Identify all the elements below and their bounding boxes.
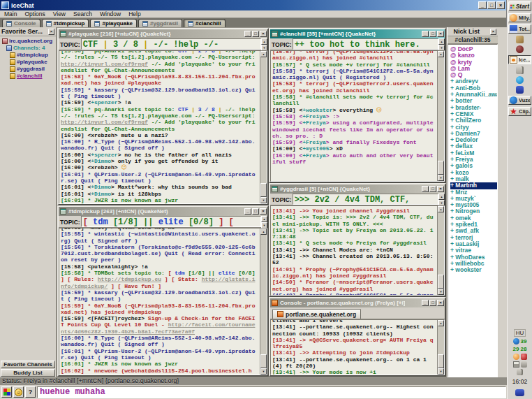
menu-help[interactable]: Help bbox=[128, 10, 140, 17]
misc-tray-icon[interactable] bbox=[521, 361, 527, 368]
taskbar-button-mily[interactable]: Mily... bbox=[508, 13, 531, 22]
emule-tray-icon[interactable] bbox=[513, 354, 519, 360]
scroll-down-icon[interactable]: ▼ bbox=[260, 368, 267, 375]
nick-wookster[interactable]: + wookster bbox=[450, 267, 497, 273]
scroll-up-icon[interactable]: ▲ bbox=[260, 228, 267, 235]
menu-main[interactable]: Main bbox=[4, 10, 17, 17]
skype-icon[interactable] bbox=[516, 76, 524, 84]
topic-scroll-up-icon[interactable]: ▲ bbox=[438, 38, 445, 45]
flag-tray-icon[interactable] bbox=[513, 361, 519, 368]
tab-Console[interactable]: Console bbox=[2, 19, 40, 27]
tab-yggdrasil[interactable]: #yggdrasil bbox=[138, 19, 182, 27]
tab-tdmpickup[interactable]: #tdmpickup bbox=[42, 19, 89, 27]
taskbar-button-vuze[interactable]: Vuze bbox=[508, 96, 531, 105]
scroll-down-icon[interactable]: ▼ bbox=[260, 197, 267, 203]
child-minimize-button[interactable]: _ bbox=[422, 300, 429, 306]
scrollbar[interactable]: ▲▼ bbox=[260, 51, 267, 203]
menu-view[interactable]: View bbox=[53, 10, 66, 17]
maximize-button[interactable]: □ bbox=[487, 1, 496, 9]
network-tray-icon[interactable] bbox=[515, 389, 524, 396]
start-button[interactable]: Start bbox=[508, 1, 531, 11]
text-segment: http://tdmpickup.eu bbox=[98, 276, 161, 282]
scroll-up-icon[interactable]: ▲ bbox=[438, 206, 444, 212]
topic-scroll-up-icon[interactable]: ▲ bbox=[438, 194, 445, 200]
red-tray-icon[interactable] bbox=[521, 354, 527, 360]
titlebar[interactable]: IceChat _ □ × bbox=[0, 0, 506, 10]
channel-item-playquake[interactable]: #playquake bbox=[1, 59, 55, 66]
child-close-button[interactable]: × bbox=[260, 208, 267, 215]
tray-count: 39 bbox=[521, 338, 527, 344]
scroll-thumb[interactable] bbox=[260, 354, 267, 368]
tab-clanchill[interactable]: #clanchill bbox=[184, 19, 225, 27]
scrollbar[interactable]: ▲▼ bbox=[260, 228, 267, 375]
scroll-up-icon[interactable]: ▲ bbox=[260, 51, 267, 57]
window-titlebar[interactable]: Console - portlane.se.quakenet.org (Frei… bbox=[270, 298, 445, 307]
vuze-tray-icon[interactable] bbox=[513, 338, 519, 344]
child-maximize-button[interactable]: □ bbox=[429, 31, 436, 37]
scroll-down-icon[interactable]: ▼ bbox=[438, 175, 444, 181]
close-panel-icon[interactable]: × bbox=[48, 29, 54, 35]
scroll-thumb[interactable] bbox=[438, 275, 444, 289]
topic-scroll-up-icon[interactable]: ▲ bbox=[261, 216, 267, 222]
scroll-thumb[interactable] bbox=[260, 183, 267, 197]
child-maximize-button[interactable]: □ bbox=[252, 31, 259, 37]
color-palette-button[interactable] bbox=[1, 386, 12, 398]
child-maximize-button[interactable]: □ bbox=[429, 186, 436, 192]
help-button[interactable]: ? bbox=[25, 386, 36, 398]
window-titlebar[interactable]: #playquake [216] [+ntuCN] {QuakeNet} _ □… bbox=[59, 29, 267, 38]
language-indicator[interactable]: HU bbox=[514, 329, 526, 337]
scroll-down-icon[interactable]: ▼ bbox=[438, 368, 444, 375]
window-titlebar[interactable]: #yggdrasil [5] [+ntCN] {QuakeNet} _ □ × bbox=[270, 184, 445, 194]
scroll-thumb[interactable] bbox=[438, 354, 444, 368]
pin-icon[interactable]: × bbox=[490, 29, 496, 35]
speaker-icon[interactable] bbox=[516, 66, 524, 74]
child-minimize-button[interactable]: _ bbox=[244, 208, 251, 215]
channel-item-yggdrasil[interactable]: #yggdrasil bbox=[1, 66, 55, 73]
buddy-list-button[interactable]: Buddy List bbox=[1, 369, 55, 377]
blueapp-icon[interactable] bbox=[516, 86, 524, 94]
window-titlebar[interactable]: #tdmpickup [263] [+ntCN] {QuakeNet} _ □ … bbox=[59, 207, 267, 216]
menu-search[interactable]: Search bbox=[73, 10, 92, 17]
child-maximize-button[interactable]: □ bbox=[429, 300, 436, 306]
channel-item-tdmpickup[interactable]: #tdmpickup bbox=[1, 52, 55, 59]
scrollbar[interactable]: ▲▼ bbox=[437, 51, 444, 181]
taskbar-button-tot[interactable]: Tot... bbox=[508, 24, 531, 34]
close-button[interactable]: × bbox=[496, 1, 505, 9]
child-minimize-button[interactable]: _ bbox=[422, 31, 429, 37]
child-maximize-button[interactable]: □ bbox=[252, 208, 259, 215]
topic-scroll-up-icon[interactable]: ▲ bbox=[261, 38, 267, 45]
emoticon-button[interactable]: ☺ bbox=[13, 386, 24, 398]
darkred-icon[interactable] bbox=[516, 45, 524, 53]
server-tab[interactable]: portlane.se.quakenet.org bbox=[272, 309, 361, 319]
child-close-button[interactable]: × bbox=[260, 31, 267, 37]
channels-group[interactable]: Channels: 4 bbox=[1, 45, 55, 52]
child-close-button[interactable]: × bbox=[437, 300, 444, 306]
child-minimize-button[interactable]: _ bbox=[422, 186, 429, 192]
chat-line: [16:00] <+Dimmo> only if you get offende… bbox=[61, 158, 258, 164]
tab-playquake[interactable]: #playquake bbox=[90, 19, 137, 27]
message-input[interactable] bbox=[37, 386, 506, 398]
minimize-button[interactable]: _ bbox=[478, 1, 487, 9]
child-close-button[interactable]: × bbox=[437, 186, 444, 192]
text-segment: clients and 1 servers bbox=[272, 319, 343, 324]
volume-tray-icon[interactable] bbox=[517, 369, 523, 375]
scroll-down-icon[interactable]: ▼ bbox=[438, 289, 444, 295]
window-titlebar[interactable]: #clanchill [35] [+mntCN] {QuakeNet} _ □ … bbox=[270, 29, 445, 38]
taskbar-button-clip[interactable]: Clip... bbox=[508, 107, 531, 116]
menu-options[interactable]: Options bbox=[24, 10, 45, 17]
channel-item-clanchill[interactable]: #clanchill bbox=[1, 73, 55, 80]
bronze-icon[interactable] bbox=[516, 36, 524, 43]
menu-window[interactable]: Window bbox=[100, 10, 121, 17]
scroll-up-icon[interactable]: ▲ bbox=[438, 51, 444, 57]
scroll-up-icon[interactable]: ▲ bbox=[438, 320, 444, 326]
favorite-channels-button[interactable]: Favorite Channels bbox=[1, 361, 55, 368]
server-item[interactable]: irc.quakenet.org bbox=[1, 38, 55, 45]
scroll-thumb[interactable] bbox=[438, 161, 444, 175]
child-close-button[interactable]: × bbox=[437, 31, 444, 37]
scrollbar[interactable]: ▲▼ bbox=[437, 206, 444, 295]
child-minimize-button[interactable]: _ bbox=[244, 31, 251, 37]
taskbar-button-ice[interactable]: Ice... bbox=[508, 55, 531, 64]
scrollbar[interactable]: ▲▼ bbox=[437, 320, 444, 375]
text-segment: > is it 128kbps bbox=[111, 191, 161, 197]
star-icon bbox=[510, 108, 517, 115]
